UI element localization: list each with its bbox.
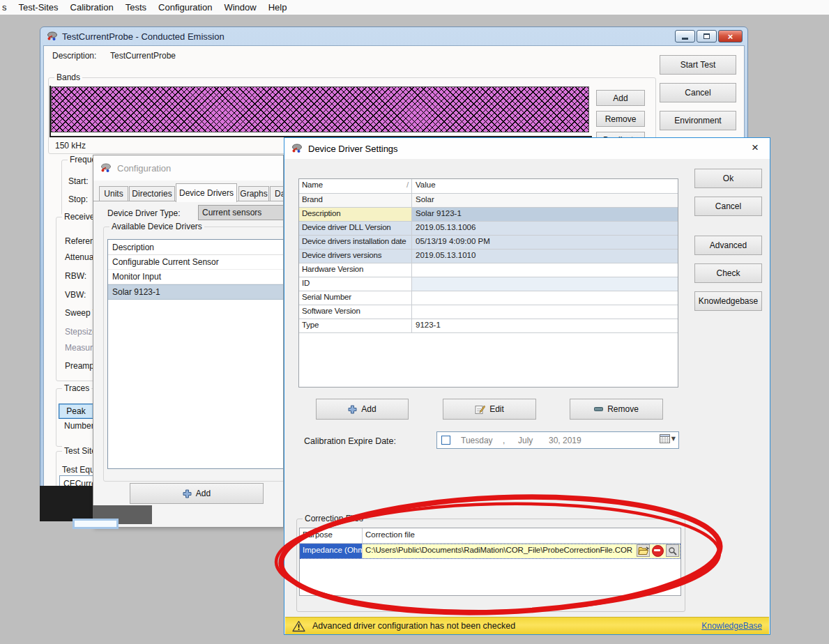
rbw-label: RBW:: [65, 271, 86, 281]
magnifier-icon: [668, 546, 677, 555]
knowledgebase-link[interactable]: KnowledgeBase: [701, 621, 762, 631]
correction-file-row[interactable]: Impedance (Ohm) C:\Users\Public\Document…: [300, 544, 680, 559]
start-test-button[interactable]: Start Test: [660, 55, 736, 75]
traces-group-label: Traces: [62, 383, 91, 393]
dialog-cancel-button[interactable]: Cancel: [694, 197, 762, 216]
calendar-icon: [660, 434, 670, 443]
menu-item-test-sites[interactable]: Test-Sites: [19, 2, 59, 13]
minimize-icon: [682, 38, 688, 40]
calibration-date-picker[interactable]: Tuesday , July 30, 2019 ▼: [436, 431, 679, 449]
environment-button[interactable]: Environment: [660, 111, 736, 130]
menu-item-tests[interactable]: Tests: [126, 2, 146, 13]
menu-item-help[interactable]: Help: [268, 2, 287, 13]
browse-file-button[interactable]: [637, 544, 650, 557]
table-row-selected: DescriptionSolar 9123-1: [299, 208, 678, 222]
edit-setting-button[interactable]: Edit: [443, 399, 536, 420]
plus-icon: [348, 405, 357, 414]
date-weekday: Tuesday: [461, 436, 493, 445]
band-add-button[interactable]: Add: [596, 90, 645, 106]
menu-item-window[interactable]: Window: [224, 2, 256, 13]
available-device-drivers-label: Available Device Drivers: [109, 222, 204, 231]
close-button[interactable]: ×: [718, 30, 743, 43]
device-driver-listbox: Description Configurable Current Sensor …: [107, 239, 284, 469]
warning-icon: [292, 620, 305, 632]
band-start-frequency: 150 kHz: [55, 141, 86, 151]
menu-item-partial[interactable]: s: [2, 2, 7, 13]
correction-files-table: Purpose Correction file Impedance (Ohm) …: [299, 528, 681, 596]
minimize-button[interactable]: [675, 30, 695, 43]
number-label: Number: [64, 421, 94, 431]
sort-indicator-icon: /: [406, 181, 409, 189]
calendar-dropdown-button[interactable]: ▼: [660, 434, 676, 443]
preamplifier-label: Preampl: [65, 361, 96, 371]
window-title: TestCurrentProbe - Conducted Emission: [62, 31, 225, 42]
list-item[interactable]: Monitor Input: [108, 270, 284, 284]
add-setting-button[interactable]: Add: [316, 399, 409, 420]
minus-icon: [594, 407, 603, 412]
edit-icon: [475, 404, 485, 415]
main-window-titlebar[interactable]: TestCurrentProbe - Conducted Emission ×: [40, 27, 747, 45]
frequency-band[interactable]: [51, 86, 589, 132]
correction-files-group: Correction Files Purpose Correction file…: [296, 519, 685, 612]
column-name[interactable]: Name/: [299, 179, 412, 193]
table-row: Device drivers installation date05/13/19…: [299, 236, 678, 250]
correction-files-label: Correction Files: [303, 514, 365, 523]
configuration-title: Configuration: [117, 163, 171, 174]
list-item[interactable]: Configurable Current Sensor: [108, 255, 284, 270]
attenuator-label: Attenuat: [65, 252, 96, 262]
chevron-down-icon: ▼: [671, 436, 676, 442]
background-window-fragment: [40, 486, 93, 521]
device-driver-type-combobox[interactable]: Current sensors: [198, 205, 284, 220]
configuration-titlebar[interactable]: Configuration: [93, 155, 283, 181]
description-value: TestCurrentProbe: [110, 51, 176, 61]
plus-icon: [183, 489, 192, 498]
table-row: Type9123-1: [299, 319, 678, 333]
ok-button[interactable]: Ok: [694, 169, 762, 188]
description-label: Description:: [52, 51, 96, 61]
table-header-row: Name/ Value: [299, 179, 678, 194]
list-header[interactable]: Description: [108, 240, 284, 255]
check-button[interactable]: Check: [694, 263, 762, 283]
column-value[interactable]: Value: [412, 179, 678, 193]
tab-graphs[interactable]: Graphs: [238, 186, 269, 201]
table-row: BrandSolar: [299, 194, 678, 208]
maximize-button[interactable]: [697, 30, 717, 43]
correction-file-path-cell[interactable]: C:\Users\Public\Documents\RadiMation\COR…: [363, 544, 680, 558]
vbw-label: VBW:: [65, 290, 86, 300]
column-correction-file[interactable]: Correction file: [363, 528, 680, 543]
app-icon: [47, 31, 58, 42]
warning-text: Advanced driver configuration has not be…: [312, 621, 515, 631]
tab-directories[interactable]: Directories: [129, 186, 175, 201]
clear-file-button[interactable]: [651, 544, 664, 557]
table-row: Software Version: [299, 305, 678, 319]
cancel-button[interactable]: Cancel: [660, 83, 736, 102]
menu-item-calibration[interactable]: Calibration: [70, 2, 114, 13]
calibration-expire-date-label: Calibration Expire Date:: [304, 436, 396, 446]
band-remove-button[interactable]: Remove: [596, 111, 645, 127]
date-separator: ,: [503, 436, 505, 445]
menu-item-configuration[interactable]: Configuration: [158, 2, 212, 13]
advanced-button[interactable]: Advanced: [694, 236, 762, 255]
remove-setting-button[interactable]: Remove: [570, 399, 663, 420]
date-day-year: 30, 2019: [549, 436, 581, 445]
table-row: Serial Number: [299, 291, 678, 305]
tab-device-drivers[interactable]: Device Drivers: [176, 183, 237, 202]
calibration-date-checkbox[interactable]: [441, 436, 450, 445]
config-add-driver-button[interactable]: Add: [130, 483, 264, 504]
tab-database[interactable]: Datab: [270, 186, 284, 201]
table-row: Device driver DLL Version2019.05.13.1006: [299, 222, 678, 236]
date-month: July: [518, 436, 533, 445]
dialog-close-icon[interactable]: ×: [749, 141, 761, 155]
menu-bar: s Test-Sites Calibration Tests Configura…: [0, 0, 829, 15]
no-entry-icon: [652, 545, 664, 557]
peak-trace-button[interactable]: Peak: [59, 404, 93, 419]
dialog-titlebar[interactable]: Device Driver Settings ×: [284, 138, 770, 159]
correction-purpose-cell: Impedance (Ohm): [300, 544, 363, 558]
configuration-window: Configuration Units Directories Device D…: [93, 155, 284, 528]
view-file-button[interactable]: [666, 544, 679, 557]
tab-units[interactable]: Units: [99, 186, 128, 201]
dialog-title: Device Driver Settings: [308, 144, 398, 154]
column-purpose[interactable]: Purpose: [300, 528, 363, 543]
knowledgebase-button[interactable]: Knowledgebase: [694, 291, 762, 311]
list-item-selected[interactable]: Solar 9123-1: [108, 284, 284, 300]
